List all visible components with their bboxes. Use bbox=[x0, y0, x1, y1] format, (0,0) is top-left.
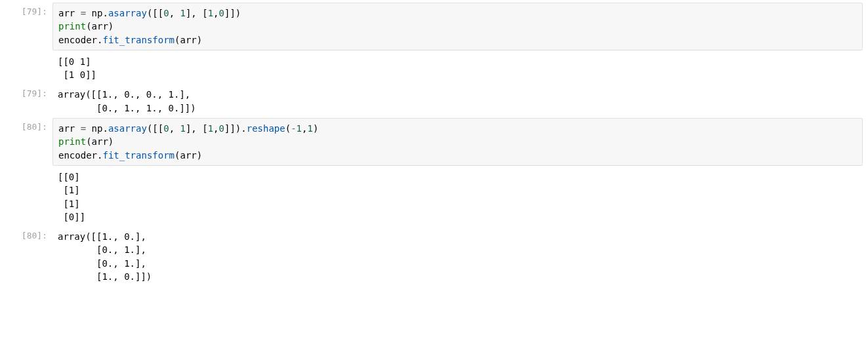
code-token: ([[ bbox=[147, 8, 163, 18]
code-input[interactable]: arr = np.asarray([[0, 1], [1,0]]) print(… bbox=[52, 3, 863, 50]
result-output: array([[1., 0.], [0., 1.], [0., 1.], [1.… bbox=[52, 227, 863, 285]
code-source: arr = np.asarray([[0, 1], [1,0]]).reshap… bbox=[58, 122, 857, 162]
code-source: arr = np.asarray([[0, 1], [1,0]]) print(… bbox=[58, 7, 857, 47]
code-token: 1 bbox=[297, 123, 302, 134]
code-token: 1 bbox=[307, 123, 312, 134]
input-prompt: [80]: bbox=[5, 118, 52, 134]
code-token: 1 bbox=[180, 8, 186, 18]
code-token: encoder bbox=[58, 150, 97, 161]
code-token: encoder bbox=[58, 35, 97, 45]
code-token: , bbox=[169, 123, 180, 134]
code-token: print bbox=[58, 136, 86, 147]
cell: [80]:arr = np.asarray([[0, 1], [1,0]]).r… bbox=[5, 118, 863, 166]
code-token: arr bbox=[58, 8, 81, 18]
code-token: . bbox=[241, 123, 246, 134]
code-token: ( bbox=[285, 123, 291, 134]
code-token: ) bbox=[313, 123, 318, 134]
code-token: (arr) bbox=[86, 136, 114, 147]
code-token: 1 bbox=[180, 123, 186, 134]
code-token: np bbox=[86, 8, 102, 18]
code-token: 0 bbox=[219, 123, 224, 134]
code-token: fit_transform bbox=[102, 35, 175, 45]
output-prompt: [80]: bbox=[5, 227, 52, 242]
code-token: , bbox=[213, 8, 218, 18]
stdout-output: [[0] [1] [1] [0]] bbox=[52, 167, 863, 225]
notebook-view: [79]:arr = np.asarray([[0, 1], [1,0]]) p… bbox=[5, 3, 863, 285]
code-token: (arr) bbox=[175, 150, 202, 161]
code-token: (arr) bbox=[86, 21, 114, 31]
stdout-output: [[0 1] [1 0]] bbox=[52, 52, 863, 84]
code-token: arr bbox=[58, 123, 81, 134]
code-token: asarray bbox=[108, 8, 147, 18]
code-token: np bbox=[86, 123, 102, 134]
cell: [79]:array([[1., 0., 0., 1.], [0., 1., 1… bbox=[5, 85, 863, 117]
code-token: - bbox=[291, 123, 296, 134]
code-token: , bbox=[169, 8, 180, 18]
code-input[interactable]: arr = np.asarray([[0, 1], [1,0]]).reshap… bbox=[52, 118, 863, 166]
input-prompt: [79]: bbox=[5, 3, 52, 18]
output-prompt: [79]: bbox=[5, 85, 52, 100]
output-text: array([[1., 0., 0., 1.], [0., 1., 1., 0.… bbox=[58, 88, 858, 115]
code-token: 0 bbox=[163, 123, 169, 134]
code-token: , bbox=[213, 123, 218, 134]
code-token: . bbox=[102, 123, 108, 134]
output-text: [[0 1] [1 0]] bbox=[58, 55, 858, 82]
code-token: print bbox=[58, 21, 86, 31]
cell: [79]:arr = np.asarray([[0, 1], [1,0]]) p… bbox=[5, 3, 863, 50]
code-token: ]]) bbox=[224, 8, 241, 18]
code-token: fit_transform bbox=[102, 150, 175, 161]
output-text: [[0] [1] [1] [0]] bbox=[58, 170, 858, 223]
output-text: array([[1., 0.], [0., 1.], [0., 1.], [1.… bbox=[58, 230, 858, 283]
code-token: ]]) bbox=[224, 123, 241, 134]
code-token: reshape bbox=[247, 123, 285, 134]
code-token: ], [ bbox=[186, 123, 208, 134]
cell: [[0 1] [1 0]] bbox=[5, 52, 863, 84]
code-token: ], [ bbox=[186, 8, 208, 18]
code-token: = bbox=[81, 8, 86, 18]
code-token: 0 bbox=[163, 8, 169, 18]
code-token: = bbox=[81, 123, 86, 134]
code-token: 1 bbox=[208, 8, 213, 18]
code-token: . bbox=[102, 8, 108, 18]
cell: [[0] [1] [1] [0]] bbox=[5, 167, 863, 225]
code-token: (arr) bbox=[175, 35, 202, 45]
code-token: asarray bbox=[108, 123, 147, 134]
code-token: 1 bbox=[208, 123, 213, 134]
result-output: array([[1., 0., 0., 1.], [0., 1., 1., 0.… bbox=[52, 85, 863, 117]
code-token: 0 bbox=[219, 8, 224, 18]
cell: [80]:array([[1., 0.], [0., 1.], [0., 1.]… bbox=[5, 227, 863, 285]
code-token: ([[ bbox=[147, 123, 163, 134]
